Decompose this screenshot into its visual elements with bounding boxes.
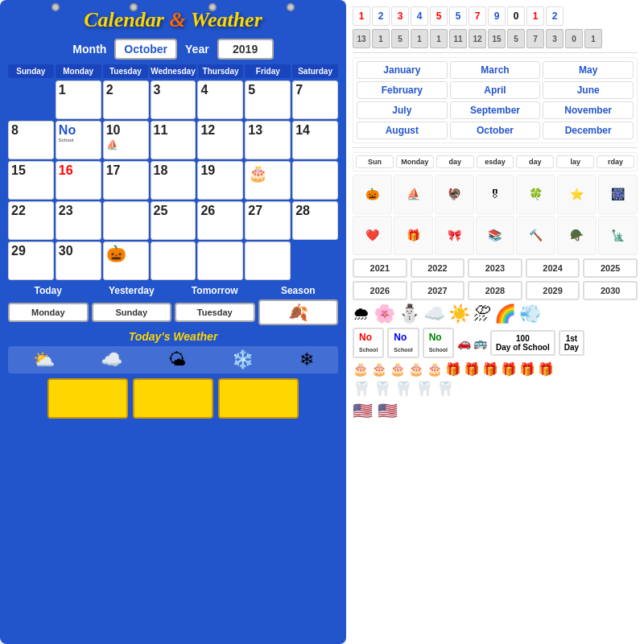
calendar-cell[interactable] [8, 80, 54, 119]
number-card-gray[interactable]: 13 [353, 29, 370, 48]
month-box[interactable]: October [114, 39, 177, 60]
number-card-gray[interactable]: 1 [411, 29, 428, 48]
dow-tue[interactable]: day [436, 155, 474, 168]
number-card[interactable]: 0 [507, 6, 525, 26]
dow-thu[interactable]: day [516, 155, 554, 168]
number-card-gray[interactable]: 1 [584, 29, 602, 48]
number-card-gray[interactable]: 11 [449, 29, 467, 48]
number-card-gray[interactable]: 1 [430, 29, 448, 48]
calendar-cell[interactable] [151, 242, 196, 280]
calendar-cell[interactable]: 28 [292, 201, 338, 240]
month-card[interactable]: February [357, 81, 448, 99]
number-card[interactable]: 1 [526, 6, 544, 26]
weather-icon-overcast[interactable]: ☁️ [101, 349, 122, 370]
number-card[interactable]: 3 [391, 6, 409, 26]
calendar-cell[interactable] [292, 161, 338, 200]
calendar-cell[interactable]: 23 [56, 201, 101, 240]
calendar-cell[interactable] [103, 201, 149, 240]
calendar-cell[interactable]: 🎂 [245, 161, 291, 200]
year-card[interactable]: 2023 [468, 258, 522, 278]
calendar-cell[interactable]: 7 [292, 80, 338, 119]
year-card[interactable]: 2027 [411, 281, 465, 300]
year-box[interactable]: 2019 [217, 39, 274, 60]
us-flag-1: 🇺🇸 [353, 401, 373, 420]
year-card[interactable]: 2029 [526, 281, 580, 300]
calendar-cell[interactable]: 17 [103, 161, 149, 200]
calendar-cell[interactable]: 10⛵ [103, 121, 149, 159]
weather-icon-sunny[interactable]: 🌤 [168, 349, 186, 370]
year-card[interactable]: 2026 [353, 281, 407, 300]
calendar-cell[interactable]: 14 [292, 121, 338, 159]
calendar-cell[interactable]: 22 [8, 201, 54, 240]
number-card-gray[interactable]: 5 [391, 29, 409, 48]
year-card[interactable]: 2024 [526, 258, 580, 278]
calendar-cell[interactable]: 3 [151, 80, 196, 119]
year-card[interactable]: 2025 [583, 258, 638, 278]
calendar-cell[interactable]: 15 [8, 161, 54, 200]
dow-fri[interactable]: lay [556, 155, 594, 168]
month-card[interactable]: March [450, 61, 541, 79]
calendar-cell[interactable]: 13 [245, 121, 291, 159]
dow-wed[interactable]: esday [477, 155, 514, 168]
month-card[interactable]: April [450, 81, 541, 99]
year-card[interactable]: 2022 [411, 258, 465, 278]
calendar-cell[interactable] [197, 242, 243, 280]
tomorrow-value[interactable]: Tuesday [175, 303, 255, 322]
month-card[interactable]: May [543, 61, 634, 79]
season-cloud: ☁️ [423, 303, 445, 324]
calendar-cell[interactable]: 25 [151, 201, 196, 240]
calendar-cell[interactable]: 🎃 [103, 242, 149, 280]
number-card-gray[interactable]: 3 [546, 29, 564, 48]
number-card[interactable]: 2 [372, 6, 390, 26]
month-card[interactable]: September [450, 101, 541, 119]
number-card[interactable]: 7 [469, 6, 486, 26]
calendar-cell[interactable]: 11 [151, 121, 196, 159]
calendar-cell[interactable]: 26 [197, 201, 243, 240]
year-card[interactable]: 2021 [353, 258, 407, 278]
weather-icon-snowflake[interactable]: ❄ [299, 349, 314, 370]
calendar-cell[interactable]: 5 [245, 80, 291, 119]
number-card[interactable]: 4 [411, 6, 428, 26]
yesterday-value[interactable]: Sunday [92, 303, 172, 322]
calendar-cell[interactable] [245, 242, 291, 280]
calendar-cell[interactable]: 2 [103, 80, 149, 119]
calendar-cell[interactable]: 27 [245, 201, 291, 240]
calendar-cell[interactable]: 12 [197, 121, 243, 159]
month-card[interactable]: June [543, 81, 634, 99]
calendar-cell[interactable]: 30 [56, 242, 101, 280]
month-card[interactable]: July [357, 101, 448, 119]
dow-sun[interactable]: Sun [356, 155, 394, 168]
number-card-gray[interactable]: 0 [565, 29, 583, 48]
calendar-cell[interactable]: 16 [56, 161, 101, 200]
month-card[interactable]: November [543, 101, 634, 119]
number-card[interactable]: 1 [353, 6, 370, 26]
today-value[interactable]: Monday [8, 303, 89, 322]
calendar-cell[interactable]: 18 [151, 161, 196, 200]
number-card-gray[interactable]: 1 [372, 29, 390, 48]
holidays-grid: 🎃 ⛵ 🦃 🎖 🍀 ⭐ 🎆 ❤️ 🎁 🎀 📚 🔨 🪖 🗽 [353, 175, 638, 255]
number-card[interactable]: 9 [488, 6, 506, 26]
calendar-cell[interactable]: 4 [197, 80, 243, 119]
calendar-cell[interactable]: 29 [8, 242, 54, 280]
month-card[interactable]: August [357, 122, 448, 139]
number-card-gray[interactable]: 15 [488, 29, 506, 48]
calendar-cell[interactable]: NoSchool [56, 121, 101, 159]
year-card[interactable]: 2028 [468, 281, 522, 300]
number-card-gray[interactable]: 7 [526, 29, 544, 48]
calendar-cell[interactable]: 1 [56, 80, 101, 119]
month-card[interactable]: October [450, 122, 541, 139]
weather-icon-snow[interactable]: ❄️ [232, 349, 254, 370]
number-card[interactable]: 5 [430, 6, 448, 26]
month-card[interactable]: December [543, 122, 634, 139]
dow-mon[interactable]: Monday [396, 155, 434, 168]
number-card[interactable]: 2 [546, 6, 564, 26]
calendar-cell[interactable]: 8 [8, 121, 54, 159]
month-card[interactable]: January [357, 61, 448, 79]
dow-sat[interactable]: rday [597, 155, 634, 168]
weather-icon-cloudy[interactable]: ⛅ [33, 349, 55, 370]
number-card[interactable]: 5 [449, 6, 467, 26]
year-card[interactable]: 2030 [583, 281, 638, 300]
number-card-gray[interactable]: 12 [469, 29, 486, 48]
number-card-gray[interactable]: 5 [507, 29, 525, 48]
calendar-cell[interactable]: 19 [197, 161, 243, 200]
